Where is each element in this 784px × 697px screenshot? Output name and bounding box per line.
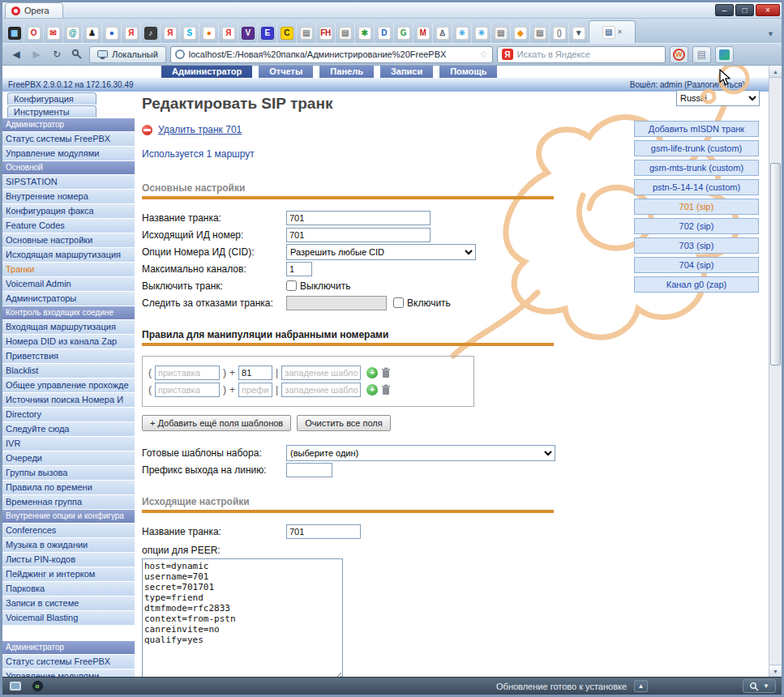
pbx-tab-recordings[interactable]: Записи (380, 66, 433, 78)
update-icon[interactable]: ▲ (634, 680, 648, 692)
trunk-name-input[interactable] (286, 211, 431, 225)
page-scrollbar[interactable]: ▲ ▼ (769, 66, 782, 677)
minimize-button[interactable]: – (715, 4, 734, 16)
sidebar-item[interactable]: Общее управление прохожде (2, 378, 135, 392)
clear-all-fields-button[interactable]: Очистить все поля (297, 415, 391, 431)
browser-tab[interactable]: ● (102, 23, 122, 43)
tabbar-menu-icon[interactable]: ▼ (767, 30, 779, 43)
wand-icon[interactable] (69, 46, 85, 62)
maximize-button[interactable]: □ (735, 4, 754, 16)
disable-trunk-checkbox[interactable] (286, 280, 297, 291)
forward-icon[interactable]: ▶ (28, 46, 45, 62)
panels-icon[interactable] (8, 680, 23, 692)
trunk-item[interactable]: Добавить mISDN транк (634, 121, 759, 137)
browser-tab[interactable]: FH (316, 23, 336, 43)
yandex-icon[interactable]: Я (502, 49, 513, 60)
sidebar-item[interactable]: Следуйте сюда (2, 422, 135, 436)
browser-tab[interactable]: () (550, 23, 569, 43)
search-field[interactable]: Я Искать в Яндексе (497, 46, 666, 63)
sidebar-tab-configuration[interactable]: Конфигурация (7, 92, 96, 105)
logout-link[interactable]: (Разлогиниться) (684, 80, 745, 89)
sidebar-item[interactable]: Внутренние номера (2, 190, 135, 203)
sidebar-item[interactable]: Музыка в ожидании (2, 538, 135, 552)
update-status-text[interactable]: Обновление готово к установке (496, 682, 627, 691)
sidebar-tab-tools[interactable]: Инструменты (7, 105, 96, 118)
sidebar-item[interactable]: Blacklist (2, 364, 135, 378)
browser-tab[interactable]: O (24, 23, 44, 43)
pbx-tab-admin[interactable]: Администратор (161, 66, 252, 78)
sidebar-item[interactable]: Исходящая маршрутизация (2, 248, 135, 262)
local-button[interactable]: Локальный (89, 46, 166, 63)
sidebar-item[interactable]: Конфигурация факса (2, 204, 135, 218)
browser-tab[interactable]: Я (122, 23, 141, 43)
prepend-input[interactable] (155, 366, 220, 380)
trunk-item[interactable]: 704 (sip) (634, 257, 759, 273)
sidebar-item[interactable]: Voicemail Blasting (2, 611, 135, 625)
dial-templates-select[interactable]: (выберите один) (286, 445, 555, 461)
trunk-item[interactable]: 703 (sip) (634, 237, 759, 254)
sidebar-item[interactable]: Входящая маршрутизация (2, 320, 135, 334)
prefix-input[interactable] (238, 366, 272, 380)
add-pattern-fields-button[interactable]: + Добавить ещё поля шаблонов (142, 415, 291, 431)
back-icon[interactable]: ◀ (8, 46, 24, 62)
address-bar[interactable]: localhost/E:/Новая%20папка/Администриров… (170, 46, 493, 63)
browser-tab[interactable]: ✱ (355, 23, 375, 43)
sidebar-item[interactable]: Записи в системе (2, 597, 135, 610)
max-channels-input[interactable] (286, 262, 312, 276)
extensions-button[interactable] (715, 46, 734, 63)
cid-options-select[interactable]: Разрешить любые CID (286, 244, 476, 260)
sidebar-item[interactable]: Приветствия (2, 349, 135, 363)
trunk-item[interactable]: gsm-life-trunk (custom) (634, 140, 759, 156)
browser-tab[interactable]: G (394, 23, 413, 43)
turbo-icon[interactable]: o (30, 680, 45, 692)
trunk-item[interactable]: 701 (sip) (634, 199, 759, 215)
browser-tab[interactable]: ▤ (336, 23, 355, 43)
browser-tab[interactable]: @ (63, 23, 83, 43)
sidebar-item[interactable]: Feature Codes (2, 219, 135, 233)
browser-tab[interactable]: ▤ (530, 23, 550, 43)
browser-tab[interactable]: ♪ (141, 23, 161, 43)
sidebar-item[interactable]: Транки (2, 263, 135, 276)
browser-tab[interactable]: ✉ (44, 23, 63, 43)
sidebar-item[interactable]: Администраторы (2, 292, 135, 306)
browser-tab[interactable]: ▤ (491, 23, 511, 43)
browser-tab[interactable]: D (375, 23, 394, 43)
sidebar-item[interactable]: Статус системы FreePBX (2, 132, 135, 146)
browser-tab[interactable]: ✳ (452, 23, 472, 43)
sidebar-item[interactable]: Очереди (2, 451, 135, 465)
zoom-control[interactable]: ▼ (743, 679, 776, 693)
trunk-item[interactable]: pstn-5-14-14 (custom) (634, 179, 759, 195)
pbx-tab-panel[interactable]: Панель (319, 66, 374, 78)
sidebar-item[interactable]: Группы вызова (2, 466, 135, 480)
scroll-up-icon[interactable]: ▲ (769, 66, 782, 78)
pattern-input[interactable] (281, 366, 361, 380)
page-actions-button[interactable]: ▤ (692, 46, 711, 63)
sidebar-item[interactable]: Листы PIN-кодов (2, 553, 135, 567)
sidebar-item[interactable]: Управление модулями (2, 147, 135, 160)
bookmark-star-icon[interactable]: ☆ (479, 49, 488, 60)
add-rule-icon[interactable]: + (366, 367, 378, 378)
sidebar-item[interactable]: Временная группа (2, 495, 135, 509)
language-select[interactable]: Russki (676, 90, 760, 106)
trunk-item[interactable]: 702 (sip) (634, 218, 759, 234)
opera-menu-button[interactable]: Opera (5, 2, 63, 18)
sidebar-item[interactable]: Номера DID из канала Zap (2, 335, 135, 348)
tab-close-icon[interactable]: × (618, 28, 623, 36)
prepend-input[interactable] (155, 383, 220, 397)
web-search-badge-button[interactable]: W (670, 46, 688, 63)
trunk-item[interactable]: gsm-mts-trunk (custom) (634, 160, 759, 176)
sidebar-item[interactable]: Управление модулями (2, 669, 135, 677)
browser-tab[interactable]: ◆ (511, 23, 530, 43)
browser-tab[interactable]: M (413, 23, 433, 43)
sidebar-item[interactable]: Правила по времени (2, 481, 135, 494)
reload-icon[interactable]: ↻ (49, 46, 65, 62)
trash-icon[interactable] (381, 367, 391, 378)
delete-trunk-link[interactable]: Удалить транк 701 (158, 124, 242, 135)
trunk-item[interactable]: Канал g0 (zap) (634, 276, 759, 293)
browser-tab[interactable]: ✳ (472, 23, 491, 43)
outbound-prefix-input[interactable] (286, 463, 332, 477)
browser-tab[interactable]: ● (199, 23, 219, 43)
browser-tab[interactable]: ▼ (569, 23, 589, 43)
browser-tab[interactable]: S (180, 23, 199, 43)
close-button[interactable]: × (756, 4, 780, 16)
